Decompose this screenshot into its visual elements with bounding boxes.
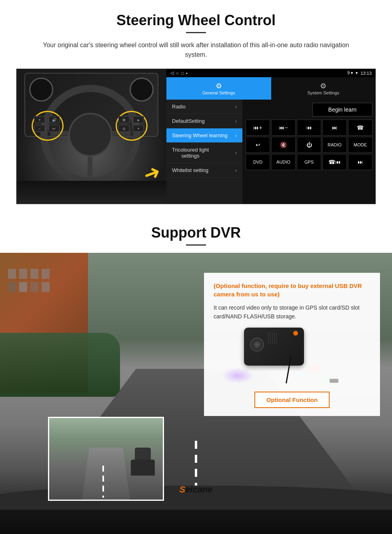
dvr-title-divider (186, 244, 206, 246)
begin-learn-button[interactable]: Begin learn (312, 103, 372, 116)
dvr-vents (268, 332, 277, 344)
dvr-optional-text: (Optional function, require to buy exter… (214, 282, 370, 298)
ctrl-btn-skip[interactable]: ⏭ (348, 154, 372, 170)
ctrl-btn-hangup[interactable]: ↩ (246, 137, 270, 153)
status-app-icon: ▪ (186, 71, 188, 76)
dvr-title: Support DVR (16, 224, 376, 241)
dvr-thumb-road-bg (82, 448, 130, 500)
status-recents-icon: □ (181, 71, 184, 76)
steering-description: Your original car's steering wheel contr… (32, 40, 360, 60)
dvr-power-btn (293, 331, 298, 336)
dvr-thumbnail (48, 417, 164, 501)
steering-wheel-photo: + 🔊 − ↩ ⚙ ▸ ⊙ + ➜ (16, 69, 166, 204)
menu-item-tricoloured[interactable]: Tricoloured lightsettings › (166, 143, 242, 163)
menu-whitelist-chevron: › (235, 168, 237, 173)
general-settings-icon: ⚙ (216, 82, 222, 90)
ctrl-btn-gps[interactable]: GPS (297, 154, 321, 170)
android-content: Radio › DefaultSetting › Steering Wheel … (166, 100, 376, 204)
menu-default-label: DefaultSetting (172, 118, 205, 124)
dvr-brand-text: Seicane (179, 484, 212, 495)
ctrl-btn-vol-up[interactable]: ⏮+ (246, 120, 270, 136)
menu-item-whitelist[interactable]: Whitelist setting › (166, 163, 242, 178)
begin-learn-row: Begin learn (246, 103, 372, 116)
menu-radio-label: Radio (172, 104, 186, 110)
ctrl-btn-dvd[interactable]: DVD (246, 154, 270, 170)
sw-hub (68, 113, 112, 157)
ctrl-btn-next[interactable]: ⏭ (322, 120, 347, 136)
menu-radio-chevron: › (235, 104, 237, 110)
menu-item-radio[interactable]: Radio › (166, 100, 242, 114)
ctrl-btn-prev[interactable]: ⏮ (297, 120, 321, 136)
control-buttons-grid: ⏮+ ⏮− ⏮ ⏭ ☎ ↩ 🔇 ⏻ RADIO MODE DVD AUDIO G… (246, 120, 372, 170)
steering-title: Steering Wheel Control (16, 12, 376, 29)
brand-rest: eicane (185, 484, 213, 494)
tab-general[interactable]: ⚙ General Settings (166, 77, 271, 100)
optional-function-button[interactable]: Optional Function (254, 392, 330, 408)
menu-steering-label: Steering Wheel learning (172, 132, 228, 138)
ctrl-btn-vol-down[interactable]: ⏮− (271, 120, 296, 136)
dvr-background-area: Seicane (Optional function, require to b… (0, 253, 392, 534)
sw-dashboard (16, 181, 166, 204)
steering-control-panel: Begin learn ⏮+ ⏮− ⏮ ⏭ ☎ ↩ 🔇 ⏻ RADIO MODE… (242, 100, 376, 204)
menu-steering-chevron: › (235, 133, 237, 138)
android-status-bar: ◁ ○ □ ▪ 9 ▾ ▾ 13:13 (166, 69, 376, 77)
dvr-camera-illustration (214, 328, 370, 384)
ctrl-btn-audio[interactable]: AUDIO (271, 154, 296, 170)
ctrl-btn-mode[interactable]: MODE (348, 137, 372, 153)
android-panel: ◁ ○ □ ▪ 9 ▾ ▾ 13:13 ⚙ General Settings ⚙… (166, 69, 376, 204)
menu-tricoloured-label: Tricoloured lightsettings (172, 147, 209, 159)
dvr-foliage (0, 333, 120, 397)
dvr-usb-connector (330, 379, 338, 383)
optional-btn-container: Optional Function (214, 390, 370, 408)
steering-demo: + 🔊 − ↩ ⚙ ▸ ⊙ + ➜ ◁ ○ □ ▪ (16, 68, 376, 204)
dvr-thumb-car (131, 460, 155, 476)
ctrl-btn-phone-prev[interactable]: ☎⏮ (322, 154, 347, 170)
status-signal-icon: 9 ▾ (347, 70, 353, 76)
dvr-description: It can record video only to storage in G… (214, 303, 370, 321)
dvr-building-windows (8, 269, 50, 292)
status-time: 13:13 (360, 71, 372, 76)
ctrl-btn-power[interactable]: ⏻ (297, 137, 321, 153)
dvr-camera-body (244, 328, 304, 366)
status-wifi-icon: ▾ (356, 70, 358, 76)
menu-tricoloured-chevron: › (235, 150, 237, 156)
menu-item-steering-wheel-learning[interactable]: Steering Wheel learning › (166, 128, 242, 143)
dvr-lens-outer (250, 338, 264, 352)
dvr-dashboard (0, 497, 392, 534)
brand-s-char: S (179, 484, 185, 494)
menu-default-chevron: › (235, 118, 237, 124)
steering-section: Steering Wheel Control Your original car… (0, 0, 392, 212)
android-tabs: ⚙ General Settings ⚙ System Settings (166, 77, 376, 100)
ctrl-btn-phone[interactable]: ☎ (348, 120, 372, 136)
dvr-thumb-lane-line (102, 466, 104, 498)
sw-spoke-bottom (88, 157, 92, 177)
dvr-section: Support DVR (0, 212, 392, 534)
status-home-icon: ○ (176, 71, 179, 76)
dvr-light-effect (222, 368, 254, 384)
tab-system[interactable]: ⚙ System Settings (271, 77, 376, 100)
tab-general-label: General Settings (202, 90, 235, 95)
title-divider (186, 32, 206, 33)
status-back-icon: ◁ (170, 70, 174, 76)
menu-whitelist-label: Whitelist setting (172, 167, 208, 173)
menu-item-defaultsetting[interactable]: DefaultSetting › (166, 114, 242, 128)
ctrl-btn-mute[interactable]: 🔇 (271, 137, 296, 153)
android-menu-list: Radio › DefaultSetting › Steering Wheel … (166, 100, 242, 204)
dvr-road-center-line (195, 441, 197, 489)
ctrl-btn-radio[interactable]: RADIO (322, 137, 347, 153)
dvr-thumb-car-top (135, 448, 151, 460)
tab-system-label: System Settings (308, 90, 339, 95)
dvr-info-box: (Optional function, require to buy exter… (204, 273, 380, 416)
dvr-title-area: Support DVR (0, 212, 392, 246)
system-settings-icon: ⚙ (320, 82, 326, 90)
